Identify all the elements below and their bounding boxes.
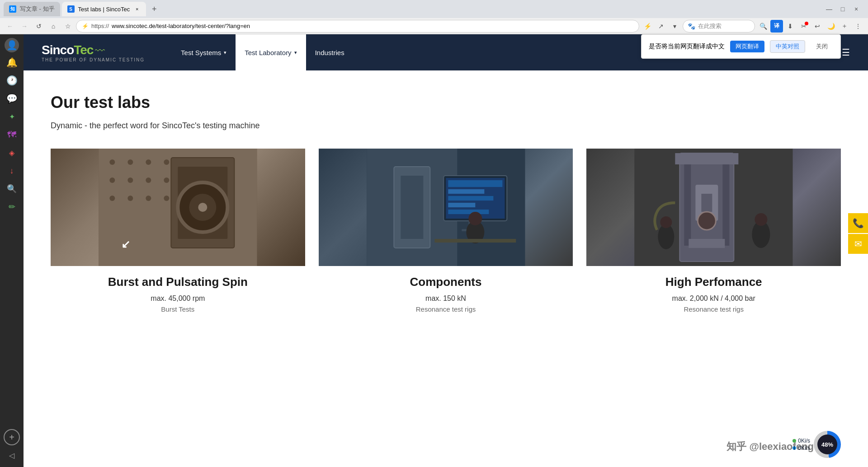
tab-bar: 知 写文章 - 知乎 S Test labs | SincoTec × + — … [0,0,868,18]
nav-industries[interactable]: Industries [306,34,354,70]
svg-point-10 [109,196,115,201]
nav-test-systems[interactable]: Test Systems ▾ [172,34,236,70]
page-subtitle: Dynamic - the perfect word for SincoTec'… [51,121,841,131]
card-image-high-performance[interactable] [586,149,841,266]
reload-button[interactable]: ↺ [33,20,45,33]
address-bar[interactable]: ⚡ https:// www.sincotec.de/test-laborato… [76,20,639,33]
browser-chrome: 知 写文章 - 知乎 S Test labs | SincoTec × + — … [0,0,868,34]
night-mode-icon[interactable]: 🌙 [825,20,837,33]
back-button[interactable]: ← [4,20,16,33]
menu-dots-icon[interactable]: ⋮ [852,20,864,33]
sidebar-search[interactable]: 🔍 [4,181,20,197]
svg-rect-29 [448,196,493,201]
svg-rect-45 [689,239,725,248]
card-components: Components max. 150 kN Resonance test ri… [319,149,573,313]
close-window-button[interactable]: × [850,3,863,15]
browser-controls: ← → ↺ ⌂ ☆ ⚡ https:// www.sincotec.de/tes… [0,18,868,34]
svg-rect-41 [684,164,691,246]
svg-point-3 [127,159,133,165]
tab-favicon-zhihu: 知 [9,5,16,13]
svg-point-8 [146,177,151,183]
sidebar-badge[interactable]: ◈ [4,145,20,161]
security-icon: ⚡ [82,23,89,29]
tab-sincotec[interactable]: S Test labs | SincoTec × [62,2,146,16]
svg-rect-27 [448,180,502,187]
left-sidebar: 👤 🔔 🕐 💬 ✦ 🗺 ◈ ↓ 🔍 ✏ + ◁ [0,34,24,387]
card-feature-burst-spin: Burst Tests [51,305,305,313]
forward-button[interactable]: → [18,20,31,33]
sidebar-clock[interactable]: 🕐 [4,72,20,89]
download-icon[interactable]: ⬇ [784,20,797,33]
svg-point-13 [164,196,169,201]
card-spec-components: max. 150 kN [319,294,573,303]
dropdown-icon[interactable]: ▾ [668,20,681,33]
search-box[interactable]: 🐾 在此搜索 [683,20,755,33]
sidebar-star[interactable]: ✦ [4,108,20,125]
tab-favicon-sincotec: S [67,5,75,13]
bookmark-button[interactable]: ☆ [61,20,74,33]
new-tab-button[interactable]: + [148,3,160,15]
browser-right-actions: 🔍 译 ⬇ ✂ ↩ 🌙 ＋ ⋮ [757,20,864,33]
undo-icon[interactable]: ↩ [811,20,824,33]
card-title-components: Components [319,275,573,289]
logo-wave-icon: 〰 [95,45,105,57]
svg-text:↙: ↙ [121,238,130,250]
site-menu-icon[interactable]: ☰ [842,47,850,58]
browser-actions: ⚡ ↗ ▾ [641,20,681,33]
logo-sinco: Sinco [42,43,74,57]
svg-point-7 [127,177,133,183]
floating-email-button[interactable]: ✉ [848,234,868,254]
tab-close-sincotec[interactable]: × [133,5,141,13]
card-feature-high-perf: Resonance test rigs [586,305,841,313]
scissors-icon[interactable]: ✂ [797,20,810,33]
translation-close-button[interactable]: 关闭 [811,41,833,52]
card-title-high-perf: High Perfomance [586,275,841,289]
card-feature-components: Resonance test rigs [319,305,573,313]
nav-test-laboratory[interactable]: Test Laboratory ▾ [236,34,306,70]
nav-test-laboratory-chevron: ▾ [294,50,297,56]
sidebar-map[interactable]: 🗺 [4,126,20,143]
card-svg-burst: ↙ [51,149,305,266]
sidebar-download[interactable]: ↓ [4,163,20,179]
share-icon[interactable]: ↗ [655,20,667,33]
svg-rect-42 [723,164,730,246]
home-button[interactable]: ⌂ [47,20,60,33]
card-svg-high-perf [586,149,841,266]
site-nav: Test Systems ▾ Test Laboratory ▾ Industr… [172,34,354,70]
card-title-burst-spin: Burst and Pulsating Spin [51,275,305,289]
tab-zhihu[interactable]: 知 写文章 - 知乎 [4,2,60,16]
sidebar-avatar[interactable]: 👤 [5,38,19,52]
minimize-button[interactable]: — [823,3,835,15]
svg-point-11 [127,196,133,201]
svg-point-6 [109,177,115,183]
card-spec-high-perf: max. 2,000 kN / 4,000 bar [586,294,841,303]
lightning-icon[interactable]: ⚡ [641,20,654,33]
floating-phone-button[interactable]: 📞 [848,213,868,233]
url-scheme: https:// [91,23,109,29]
tab-label-zhihu: 写文章 - 知乎 [20,5,55,13]
card-burst-spin: ↙ Burst and Pulsating Spin max. 45,000 r… [51,149,305,313]
svg-rect-36 [434,239,516,243]
nav-test-systems-chevron: ▾ [224,50,226,56]
maximize-button[interactable]: □ [836,3,849,15]
svg-point-18 [198,203,207,212]
cards-grid: ↙ Burst and Pulsating Spin max. 45,000 r… [51,149,841,313]
sidebar-notification[interactable]: 🔔 [4,54,20,70]
page-title: Our test labs [51,93,841,112]
card-image-components[interactable] [319,149,573,266]
translate-webpage-button[interactable]: 网页翻译 [730,41,764,52]
url-path: www.sincotec.de/test-laboratory/test-cen… [112,23,250,29]
card-svg-components [319,149,573,266]
sidebar-edit[interactable]: ✏ [4,199,20,215]
card-image-burst-spin[interactable]: ↙ [51,149,305,266]
svg-point-48 [660,216,672,228]
card-high-performance: High Perfomance max. 2,000 kN / 4,000 ba… [586,149,841,313]
bilingual-button[interactable]: 中英对照 [770,40,805,53]
search-placeholder: 在此搜索 [698,22,722,30]
page-content: Our test labs Dynamic - the perfect word… [24,70,868,387]
browser-search-icon[interactable]: 🔍 [757,20,769,33]
add-icon[interactable]: ＋ [838,20,851,33]
svg-point-12 [146,196,151,201]
sidebar-wechat[interactable]: 💬 [4,90,20,107]
translate-icon[interactable]: 译 [770,20,783,33]
